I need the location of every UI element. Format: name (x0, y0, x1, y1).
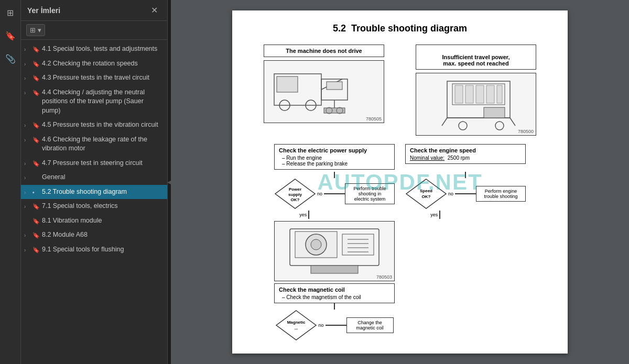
sidebar-view-button[interactable]: ⊞ ▾ (26, 24, 45, 36)
pages-icon[interactable]: ⊞ (3, 5, 18, 20)
machine-svg-left (269, 63, 379, 120)
svg-point-34 (311, 239, 321, 250)
sidebar-header: Yer İmleri ✕ (21, 0, 167, 21)
sidebar-item-43[interactable]: › 🔖 4.3 Pressure tests in the travel cir… (21, 71, 167, 85)
right-header-box: Insufficient travel power, max. speed no… (416, 45, 536, 70)
right-nominal-label: Nominal value: (410, 155, 444, 161)
sidebar-label-44: 4.4 Checking / adjusting the neutral pos… (42, 88, 163, 116)
doc-title: 5.2 Trouble shooting diagram (248, 23, 552, 34)
attachments-icon[interactable]: 📎 (3, 51, 18, 66)
chevron-icon-general: › (24, 174, 30, 182)
coil-svg (279, 224, 389, 279)
svg-text:Speed: Speed (420, 189, 432, 193)
left-instruction-box: Check the electric power supply – Run th… (274, 144, 395, 170)
left-diamond-yes-label: yes (299, 212, 307, 217)
sidebar-label-42: 4.2 Checking the rotation speeds (42, 59, 163, 69)
sidebar-item-52[interactable]: › ▪ 5.2 Trouble shooting diagram (21, 185, 167, 200)
sidebar-close-button[interactable]: ✕ (148, 4, 161, 16)
chevron-icon-41: › (24, 46, 30, 53)
left-header-box: The machine does not drive (264, 45, 384, 57)
sidebar-title: Yer İmleri (27, 6, 60, 15)
left-diamond-no-label: no (317, 191, 322, 196)
sidebar-toolbar: ⊞ ▾ (21, 21, 167, 40)
sidebar: Yer İmleri ✕ ⊞ ▾ › 🔖 4.1 Special tools, … (21, 0, 168, 364)
bookmark-icon-91: 🔖 (32, 246, 40, 254)
sidebar-item-46[interactable]: › 🔖 4.6 Checking the leakage rate of the… (21, 133, 167, 156)
svg-rect-40 (311, 266, 358, 273)
chevron-icon-82: › (24, 232, 30, 239)
svg-rect-1 (277, 76, 298, 92)
bookmark-icon-41: 🔖 (32, 46, 40, 53)
sidebar-item-71[interactable]: › 🔖 7.1 Special tools, electrics (21, 199, 167, 214)
left-box-title: Check the electric power supply (279, 147, 390, 153)
svg-point-22 (459, 122, 467, 130)
coil-bullet-1: – Check the magnetism of the coil (279, 294, 390, 300)
connector-h-right (455, 193, 476, 194)
connector-coil-down (334, 303, 335, 310)
right-no-action: Perform enginetrouble shooting (476, 186, 526, 202)
svg-marker-28 (406, 179, 446, 208)
sidebar-tool-label: ⊞ ▾ (30, 26, 41, 34)
svg-text:Magnetic: Magnetic (287, 320, 306, 325)
svg-rect-21 (484, 107, 505, 118)
bookmark-icon-52: ▪ (32, 189, 40, 196)
sidebar-item-91[interactable]: › 🔖 9.1 Special tools for flushing (21, 242, 167, 257)
connector-h-left (324, 193, 345, 194)
svg-text:supply: supply (288, 192, 302, 197)
left-bullet-2: – Release the parking brake (279, 161, 390, 167)
connector-yes-right (439, 211, 440, 219)
sidebar-label-general: General (42, 173, 163, 182)
sidebar-item-44[interactable]: › 🔖 4.4 Checking / adjusting the neutral… (21, 85, 167, 118)
document-page: AUTOPDF.NET 5.2 Trouble shooting diagram… (232, 10, 568, 354)
bookmark-icon-71: 🔖 (32, 203, 40, 211)
sidebar-item-42[interactable]: › 🔖 4.2 Checking the rotation speeds (21, 57, 167, 71)
right-nominal-value: 2500 rpm (448, 155, 470, 161)
bookmarks-icon[interactable]: 🔖 (3, 28, 18, 43)
right-instruction-box: Check the engine speed Nominal value: 25… (405, 144, 526, 170)
sidebar-item-45[interactable]: › 🔖 4.5 Pressure tests in the vibration … (21, 118, 167, 133)
sidebar-item-82[interactable]: › 🔖 8.2 Module A68 (21, 228, 167, 242)
right-machine-image: 780500 (416, 73, 536, 136)
sidebar-item-81[interactable]: 🔖 8.1 Vibration module (21, 214, 167, 228)
svg-rect-14 (465, 85, 473, 103)
svg-line-19 (442, 118, 447, 126)
left-machine-image: 780505 (264, 60, 384, 123)
sidebar-item-47[interactable]: › 🔖 4.7 Pressure test in steering circui… (21, 156, 167, 171)
sidebar-label-43: 4.3 Pressure tests in the travel circuit (42, 73, 163, 83)
flowchart: The machine does not drive (248, 45, 552, 341)
magnetic-diamond-wrapper: Magnetic ... (275, 310, 317, 341)
left-header-text: The machine does not drive (286, 48, 362, 54)
left-img-num: 780505 (366, 116, 382, 122)
sidebar-list: › 🔖 4.1 Special tools, tests and adjustm… (21, 40, 167, 364)
doc-section: 5.2 (333, 23, 346, 34)
left-no-action: Perform troubleshooting inelectric syste… (345, 183, 395, 204)
sidebar-label-46: 4.6 Checking the leakage rate of the vib… (42, 135, 163, 153)
chevron-icon-47: › (24, 160, 30, 168)
sidebar-item-41[interactable]: › 🔖 4.1 Special tools, tests and adjustm… (21, 42, 167, 57)
machine-svg-right (421, 76, 531, 133)
right-diamond-no-label: no (448, 191, 453, 196)
left-toolbar: ⊞ 🔖 📎 (0, 0, 21, 364)
doc-title-text: Trouble shooting diagram (351, 23, 467, 34)
chevron-icon-71: › (24, 203, 30, 211)
sidebar-label-45: 4.5 Pressure tests in the vibration circ… (42, 120, 163, 130)
left-bullet-1: – Run the engine (279, 155, 390, 161)
bookmark-icon-42: 🔖 (32, 60, 40, 68)
chevron-icon-91: › (24, 247, 30, 254)
bottom-left-image: 780503 (274, 221, 395, 281)
svg-rect-13 (455, 85, 463, 103)
svg-marker-41 (276, 311, 316, 340)
sidebar-label-71: 7.1 Special tools, electrics (42, 202, 163, 211)
bookmark-icon-45: 🔖 (32, 122, 40, 129)
sidebar-item-general[interactable]: › General (21, 170, 167, 185)
chevron-icon-45: › (24, 122, 30, 129)
coil-check-box: Check the magnetic coil – Check the magn… (274, 283, 395, 303)
connector-right-1 (465, 172, 466, 178)
svg-rect-8 (324, 108, 345, 113)
sidebar-label-82: 8.2 Module A68 (42, 230, 163, 240)
bookmark-icon-82: 🔖 (32, 231, 40, 239)
bookmark-icon-44: 🔖 (32, 89, 40, 97)
sidebar-label-81: 8.1 Vibration module (42, 216, 163, 226)
svg-point-23 (495, 122, 504, 130)
right-col-bottom (405, 221, 526, 341)
